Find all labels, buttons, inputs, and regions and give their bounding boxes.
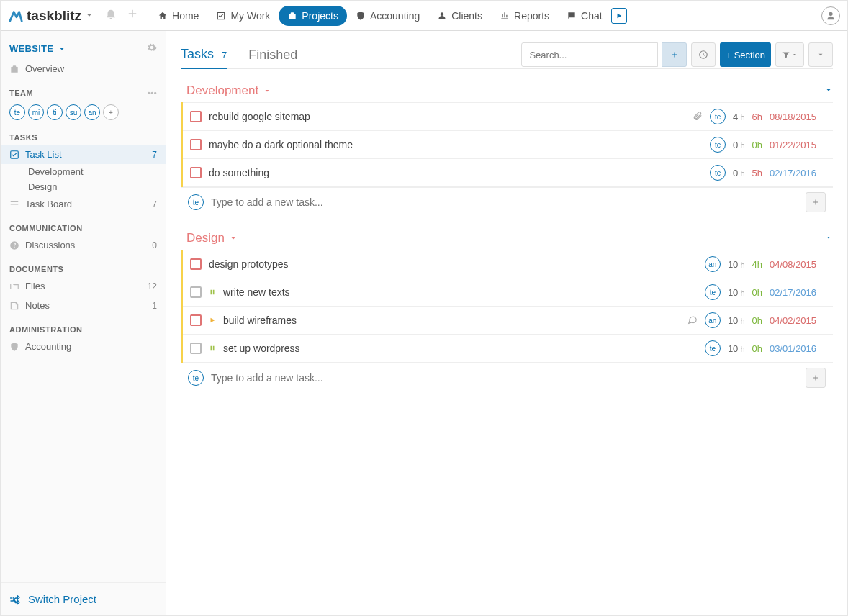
task-checkbox[interactable] xyxy=(190,167,202,178)
due-date: 01/22/2015 xyxy=(770,140,826,150)
task-row[interactable]: do something te 0 h 5h 02/17/2016 xyxy=(183,158,833,187)
nav-accounting[interactable]: Accounting xyxy=(347,6,428,26)
sidebar-accounting[interactable]: Accounting xyxy=(1,337,166,356)
nav-projects[interactable]: Projects xyxy=(279,6,347,26)
task-row[interactable]: write new texts te 10 h 0h 02/17/2016 xyxy=(183,278,833,306)
estimated-hours: 4 h xyxy=(733,112,744,122)
search-plus-button[interactable] xyxy=(662,42,687,67)
assignee-chip[interactable]: an xyxy=(705,256,721,272)
sidebar-overview[interactable]: Overview xyxy=(1,59,166,78)
team-chip[interactable]: te xyxy=(9,104,25,120)
nav-reports[interactable]: Reports xyxy=(491,6,558,26)
nav-home[interactable]: Home xyxy=(149,6,207,26)
note-icon xyxy=(9,301,19,311)
task-checkbox[interactable] xyxy=(190,314,202,326)
assignee-chip[interactable]: te xyxy=(705,340,721,356)
dots-icon[interactable]: ••• xyxy=(148,89,157,97)
add-task-input[interactable] xyxy=(211,196,798,208)
task-row[interactable]: maybe do a dark optional theme te 0 h 0h… xyxy=(183,130,833,158)
task-checkbox[interactable] xyxy=(190,258,202,270)
assignee-chip[interactable]: te xyxy=(710,109,726,124)
attachment-icon xyxy=(693,111,703,123)
filter-button[interactable] xyxy=(775,42,804,67)
add-task-button[interactable] xyxy=(806,192,826,212)
shield-icon xyxy=(9,342,19,352)
task-row[interactable]: set up wordpress te 10 h 0h 03/01/2016 xyxy=(183,334,833,363)
team-chip[interactable]: ti xyxy=(47,104,63,120)
filter-icon xyxy=(782,50,790,59)
board-icon xyxy=(9,199,19,209)
section-collapse-button[interactable] xyxy=(824,233,833,244)
task-name: maybe do a dark optional theme xyxy=(209,139,353,150)
logo[interactable]: taskblitz xyxy=(8,8,100,24)
sidebar-task-board[interactable]: Task Board 7 xyxy=(1,194,166,214)
add-team-button[interactable]: + xyxy=(103,104,119,120)
gear-icon[interactable] xyxy=(147,42,157,55)
due-date: 04/02/2015 xyxy=(770,315,826,326)
sidebar-sub-design[interactable]: Design xyxy=(1,179,166,194)
section-title[interactable]: Development xyxy=(186,83,271,98)
pause-icon xyxy=(209,345,216,352)
tab-tasks[interactable]: Tasks 7 xyxy=(181,41,227,69)
switch-project-button[interactable]: Switch Project xyxy=(1,582,166,615)
assignee-chip[interactable]: an xyxy=(705,312,721,328)
plus-icon[interactable] xyxy=(126,7,139,24)
due-date: 02/17/2016 xyxy=(770,287,826,298)
task-checkbox[interactable] xyxy=(190,111,202,122)
top-nav: taskblitz Home My Work Projects Accounti… xyxy=(1,1,847,31)
assignee-chip[interactable]: te xyxy=(188,194,204,210)
assignee-chip[interactable]: te xyxy=(710,137,726,153)
task-checkbox[interactable] xyxy=(190,286,202,298)
tasks-heading: TASKS xyxy=(1,123,166,145)
assignee-chip[interactable]: te xyxy=(188,370,204,386)
nav-clients[interactable]: Clients xyxy=(428,6,491,26)
chart-icon xyxy=(500,11,510,21)
team-heading: TEAM ••• xyxy=(1,78,166,100)
chat-icon xyxy=(567,11,577,21)
section: Design design prototypes an 10 h 4h 04/0… xyxy=(181,230,833,392)
task-name: set up wordpress xyxy=(223,343,300,354)
task-row[interactable]: build wireframes an 10 h 0h 04/02/2015 xyxy=(183,306,833,334)
actual-hours: 0h xyxy=(752,315,762,326)
assignee-chip[interactable]: te xyxy=(705,284,721,300)
history-button[interactable] xyxy=(691,42,716,67)
sidebar-sub-development[interactable]: Development xyxy=(1,164,166,179)
sidebar-notes[interactable]: Notes 1 xyxy=(1,296,166,315)
due-date: 03/01/2016 xyxy=(770,343,826,354)
sidebar-task-list[interactable]: Task List 7 xyxy=(1,145,166,164)
comment-icon xyxy=(687,314,698,327)
estimated-hours: 0 h xyxy=(733,168,744,178)
search-input[interactable] xyxy=(521,42,658,67)
check-square-icon xyxy=(216,11,226,21)
sidebar-discussions[interactable]: Discussions 0 xyxy=(1,235,166,255)
add-task-row: te xyxy=(181,363,833,392)
section-title[interactable]: Design xyxy=(186,231,238,245)
tab-finished[interactable]: Finished xyxy=(248,42,297,68)
task-name: write new texts xyxy=(223,286,290,298)
add-section-button[interactable]: + Section xyxy=(720,42,771,67)
profile-button[interactable] xyxy=(821,6,840,25)
section-collapse-button[interactable] xyxy=(824,86,833,96)
add-task-button[interactable] xyxy=(806,368,826,388)
task-checkbox[interactable] xyxy=(190,139,202,150)
task-name: design prototypes xyxy=(209,258,289,270)
team-chip[interactable]: mi xyxy=(28,104,44,120)
nav-mywork[interactable]: My Work xyxy=(207,6,279,26)
plus-icon xyxy=(670,50,679,59)
timer-play-button[interactable] xyxy=(611,8,627,24)
project-selector[interactable]: WEBSITE xyxy=(1,35,166,59)
users-icon xyxy=(437,11,447,21)
task-row[interactable]: rebuild google sitemap te 4 h 6h 08/18/2… xyxy=(183,102,833,130)
task-row[interactable]: design prototypes an 10 h 4h 04/08/2015 xyxy=(183,250,833,278)
team-chip[interactable]: an xyxy=(84,104,100,120)
more-dropdown-button[interactable] xyxy=(808,42,833,67)
sidebar-files[interactable]: Files 12 xyxy=(1,276,166,296)
add-task-input[interactable] xyxy=(211,372,798,384)
nav-chat[interactable]: Chat xyxy=(558,6,611,26)
task-checkbox[interactable] xyxy=(190,343,202,354)
bell-icon[interactable] xyxy=(104,7,117,24)
team-chip[interactable]: su xyxy=(66,104,81,120)
assignee-chip[interactable]: te xyxy=(710,165,726,181)
task-list: design prototypes an 10 h 4h 04/08/2015 … xyxy=(181,250,833,363)
chevron-down-icon xyxy=(84,8,97,24)
